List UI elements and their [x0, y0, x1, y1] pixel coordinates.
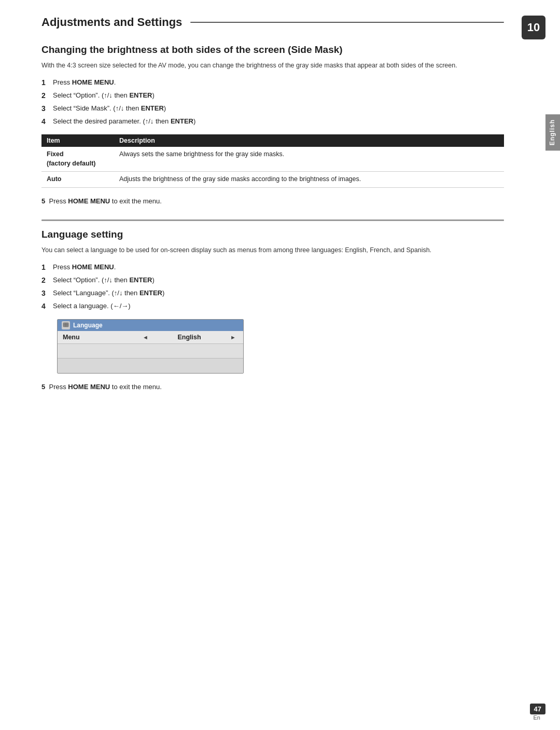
osd-menu-value: English — [150, 334, 228, 341]
header-bar: Adjustments and Settings — [41, 16, 504, 29]
step-2-3: 3 Select “Language”. (↑/↓ then ENTER) — [41, 288, 504, 299]
step-content: Select a language. (←/→) — [53, 301, 504, 312]
step-bold: ENTER — [139, 289, 162, 297]
chapter-number: 10 — [527, 21, 540, 34]
step-num: 4 — [41, 301, 53, 312]
step-content: Press HOME MENU. — [53, 77, 504, 88]
osd-menu-label: Menu — [63, 334, 141, 341]
side-mask-table: Item Description Fixed (factory default)… — [41, 134, 504, 188]
step-num: 2 — [41, 90, 53, 101]
step-bold: HOME MENU — [68, 197, 110, 205]
item-sub: (factory default) — [47, 160, 95, 167]
step-2-4: 4 Select a language. (←/→) — [41, 301, 504, 312]
page-container: 10 English Adjustments and Settings Chan… — [0, 0, 560, 730]
step-num: 2 — [41, 275, 53, 286]
divider-line — [41, 219, 504, 221]
table-header-item: Item — [41, 134, 114, 147]
section2-intro: You can select a language to be used for… — [41, 245, 504, 255]
header-line — [190, 22, 504, 23]
step-1-1: 1 Press HOME MENU. — [41, 77, 504, 88]
section-divider — [41, 219, 504, 221]
step-num: 1 — [41, 262, 53, 273]
table-cell-item: Auto — [41, 172, 114, 188]
step-2-1: 1 Press HOME MENU. — [41, 262, 504, 273]
step-content: Select “Language”. (↑/↓ then ENTER) — [53, 288, 504, 299]
osd-language-box: Language Menu ◄ English ► — [57, 319, 244, 374]
item-name: Fixed — [47, 150, 64, 158]
osd-title-label: Language — [73, 322, 103, 329]
step-content: Select “Option”. (↑/↓ then ENTER) — [53, 275, 504, 286]
step-content: Select “Option”. (↑/↓ then ENTER) — [53, 90, 504, 101]
step-num: 3 — [41, 288, 53, 299]
osd-icon — [62, 321, 70, 329]
step-1-5: 5 Press HOME MENU to exit the menu. — [41, 197, 504, 205]
table-cell-description: Adjusts the brightness of the gray side … — [114, 172, 504, 188]
table-row: Fixed (factory default) Always sets the … — [41, 147, 504, 172]
step-2-2: 2 Select “Option”. (↑/↓ then ENTER) — [41, 275, 504, 286]
page-title: Adjustments and Settings — [41, 16, 190, 29]
language-icon — [63, 322, 69, 328]
osd-empty-row-2 — [58, 359, 243, 373]
section1-intro: With the 4:3 screen size selected for th… — [41, 61, 504, 71]
osd-right-arrow: ► — [228, 334, 238, 340]
page-number-badge: 47 — [530, 704, 545, 714]
step-bold: HOME MENU — [68, 383, 110, 391]
step-bold: HOME MENU — [72, 78, 114, 86]
table-cell-item: Fixed (factory default) — [41, 147, 114, 172]
table-cell-description: Always sets the same brightness for the … — [114, 147, 504, 172]
chapter-badge: 10 — [522, 16, 545, 39]
step-num-5: 5 — [41, 197, 45, 205]
step-2-5: 5 Press HOME MENU to exit the menu. — [41, 383, 504, 391]
section2-title: Language setting — [41, 228, 504, 241]
step-num-5: 5 — [41, 383, 45, 391]
section-language: Language setting You can select a langua… — [41, 228, 504, 391]
item-name: Auto — [47, 175, 61, 183]
table-header-description: Description — [114, 134, 504, 147]
step-bold: ENTER — [129, 276, 152, 284]
section-side-mask: Changing the brightness at both sides of… — [41, 44, 504, 205]
table-row: Auto Adjusts the brightness of the gray … — [41, 172, 504, 188]
section1-title: Changing the brightness at both sides of… — [41, 44, 504, 57]
osd-left-arrow: ◄ — [141, 334, 150, 340]
english-tab: English — [545, 114, 560, 150]
step-bold: ENTER — [171, 117, 193, 125]
step-content: Press HOME MENU. — [53, 262, 504, 273]
step-bold: HOME MENU — [72, 263, 114, 271]
main-content: Adjustments and Settings Changing the br… — [0, 0, 545, 447]
section1-steps: 1 Press HOME MENU. 2 Select “Option”. (↑… — [41, 77, 504, 127]
step-num: 3 — [41, 103, 53, 114]
osd-title-bar: Language — [58, 320, 243, 331]
page-number: 47 — [534, 705, 541, 713]
step-num: 1 — [41, 77, 53, 88]
step-bold: ENTER — [141, 104, 164, 112]
step-content: Select the desired parameter. (↑/↓ then … — [53, 116, 504, 127]
osd-empty-row-1 — [58, 344, 243, 359]
step-1-2: 2 Select “Option”. (↑/↓ then ENTER) — [41, 90, 504, 101]
step-1-4: 4 Select the desired parameter. (↑/↓ the… — [41, 116, 504, 127]
section2-steps: 1 Press HOME MENU. 2 Select “Option”. (↑… — [41, 262, 504, 312]
osd-menu-row: Menu ◄ English ► — [58, 331, 243, 344]
step-content: Select “Side Mask”. (↑/↓ then ENTER) — [53, 103, 504, 114]
step-num: 4 — [41, 116, 53, 127]
step-1-3: 3 Select “Side Mask”. (↑/↓ then ENTER) — [41, 103, 504, 114]
step-bold: ENTER — [129, 91, 152, 99]
english-tab-label: English — [549, 119, 556, 145]
page-number-en: En — [534, 714, 540, 721]
